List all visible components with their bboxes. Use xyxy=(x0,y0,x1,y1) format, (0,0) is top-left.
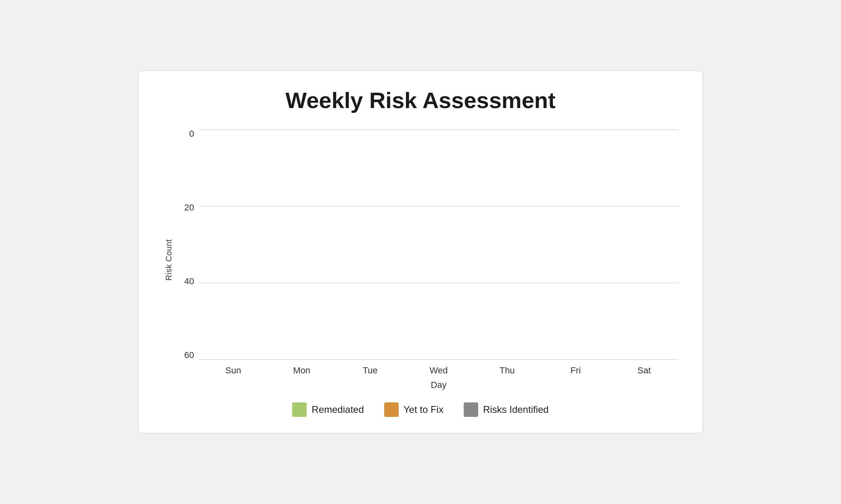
legend-item-yet-to-fix: Yet to Fix xyxy=(384,402,444,417)
grid-line-60 xyxy=(199,129,678,130)
x-axis-label-container: Day xyxy=(199,380,678,390)
x-tick-sun: Sun xyxy=(213,365,253,376)
legend: Remediated Yet to Fix Risks Identified xyxy=(292,402,548,417)
grid-and-bars xyxy=(199,129,678,360)
chart-card: Weekly Risk Assessment Risk Count 60 40 … xyxy=(138,71,703,433)
plot-area: 60 40 20 0 xyxy=(179,129,678,360)
y-axis-label: Risk Count xyxy=(164,239,174,281)
grid-line-0 xyxy=(199,359,678,360)
chart-inner: 60 40 20 0 Sun Mon xyxy=(179,129,678,390)
legend-item-remediated: Remediated xyxy=(292,402,364,417)
chart-area: Risk Count 60 40 20 0 xyxy=(163,129,678,390)
legend-item-risks-identified: Risks Identified xyxy=(464,402,549,417)
legend-label-yet-to-fix: Yet to Fix xyxy=(404,404,444,415)
x-axis: Sun Mon Tue Wed Thu Fri Sat xyxy=(199,360,678,376)
y-tick-40: 40 xyxy=(184,277,194,286)
y-tick-20: 20 xyxy=(184,203,194,212)
y-axis-label-container: Risk Count xyxy=(163,129,175,390)
grid-lines xyxy=(199,129,678,360)
grid-line-20 xyxy=(199,283,678,283)
x-tick-mon: Mon xyxy=(282,365,322,376)
legend-swatch-remediated xyxy=(292,402,307,417)
x-tick-fri: Fri xyxy=(555,365,596,376)
x-tick-thu: Thu xyxy=(487,365,527,376)
x-tick-tue: Tue xyxy=(350,365,390,376)
x-axis-label: Day xyxy=(431,380,446,390)
chart-title: Weekly Risk Assessment xyxy=(285,87,555,113)
legend-swatch-risks-identified xyxy=(464,402,478,417)
x-tick-wed: Wed xyxy=(418,365,459,376)
x-tick-sat: Sat xyxy=(624,365,664,376)
y-tick-0: 0 xyxy=(189,129,194,138)
legend-label-risks-identified: Risks Identified xyxy=(483,404,549,415)
grid-line-40 xyxy=(199,206,678,206)
legend-label-remediated: Remediated xyxy=(312,404,364,415)
legend-swatch-yet-to-fix xyxy=(384,402,399,417)
y-ticks: 60 40 20 0 xyxy=(179,129,199,360)
y-tick-60: 60 xyxy=(184,351,194,360)
